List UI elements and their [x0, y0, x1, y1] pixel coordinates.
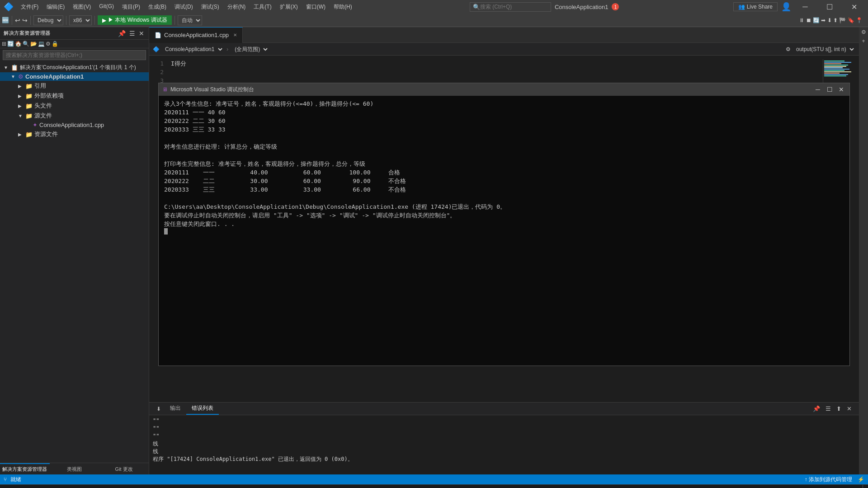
sidebar-menu-icon[interactable]: ☰: [128, 29, 136, 38]
menu-view[interactable]: 视图(V): [69, 2, 94, 12]
tree-item-external-deps[interactable]: ▶ 📁 外部依赖项: [0, 91, 149, 101]
tree-item-label: 引用: [34, 82, 46, 90]
menu-debug[interactable]: 调试(D): [171, 2, 197, 12]
app-title: ConsoleApplication1: [555, 4, 609, 10]
tree-item-resources[interactable]: ▶ 📁 资源文件: [0, 129, 149, 139]
sidebar-tab-git[interactable]: Git 更改: [99, 463, 149, 474]
redo-icon[interactable]: ↪: [22, 17, 28, 24]
taskbar-edge-icon[interactable]: 🌐: [203, 485, 221, 488]
taskbar-browser-icon[interactable]: 🌏: [282, 485, 300, 488]
sidebar-settings-icon[interactable]: ⚙: [46, 41, 51, 47]
toolbar: 🆕 ↩ ↪ Debug x86 ▶ ▶ 本地 Windows 调试器 自动 ⏸ …: [0, 14, 868, 27]
menu-analyze[interactable]: 分析(N): [224, 2, 250, 12]
output-menu-icon[interactable]: ☰: [824, 404, 833, 413]
taskbar-file-explorer[interactable]: 📁: [183, 485, 201, 488]
tree-item-sources[interactable]: ▼ 📁 源文件: [0, 111, 149, 121]
console-title-bar: 🖥 Microsoft Visual Studio 调试控制台 ─ ☐ ✕: [159, 83, 849, 96]
sidebar-filter-icon[interactable]: 🔍: [23, 41, 29, 47]
user-icon[interactable]: 👤: [781, 2, 791, 12]
tree-item-project[interactable]: ▼ ⚙ ConsoleApplication1: [0, 72, 149, 81]
breadcrumb-icon: 🔷: [153, 46, 160, 52]
title-search-input[interactable]: [480, 4, 543, 10]
toolbar-sep-1: [12, 16, 12, 25]
output-panel-icon[interactable]: ⬇: [153, 404, 165, 414]
taskbar-app-4[interactable]: ⚙: [242, 485, 260, 488]
undo-icon[interactable]: ↩: [15, 17, 20, 24]
console-line-3: 2020222 二二 30 60: [164, 117, 844, 125]
menu-test[interactable]: 测试(S): [198, 2, 223, 12]
sidebar-home-icon[interactable]: 🏠: [15, 41, 22, 47]
sidebar-lock-icon[interactable]: 🔒: [52, 41, 58, 47]
debug-mode-select[interactable]: Debug: [33, 15, 63, 25]
sidebar-close-icon[interactable]: ✕: [138, 29, 145, 38]
maximize-button[interactable]: ☐: [819, 0, 840, 14]
menu-tools[interactable]: 工具(T): [250, 2, 275, 12]
show-desktop-button[interactable]: [863, 485, 864, 488]
sidebar-folder-icon[interactable]: 📂: [30, 41, 37, 47]
tree-item-solution[interactable]: ▼ 📋 解决方案'ConsoleApplication1'(1 个项目/共 1 …: [0, 63, 149, 72]
right-panel-icon-2[interactable]: +: [862, 38, 865, 44]
sidebar-tab-class[interactable]: 类视图: [50, 463, 99, 474]
run-button[interactable]: ▶ ▶ 本地 Windows 调试器: [98, 15, 172, 25]
menu-window[interactable]: 窗口(W): [302, 2, 329, 12]
cpp-file-icon: ✦: [33, 122, 38, 128]
tree-item-cpp-file[interactable]: ✦ ConsoleApplication1.cpp: [0, 121, 149, 129]
platform-select[interactable]: x86: [69, 15, 92, 25]
live-share-button[interactable]: 👥 Live Share: [733, 2, 778, 11]
task-view-button[interactable]: ⊞: [163, 487, 177, 488]
sidebar-refresh-icon[interactable]: 🔄: [7, 41, 14, 47]
close-button[interactable]: ✕: [844, 0, 864, 14]
title-search-box[interactable]: 🔍: [470, 2, 551, 12]
tree-item-label: ConsoleApplication1.cpp: [39, 122, 104, 128]
output-float-icon[interactable]: ⬆: [835, 404, 843, 413]
menu-git[interactable]: Git(G): [95, 2, 118, 12]
output-close-icon[interactable]: ✕: [845, 404, 854, 413]
errors-tab[interactable]: 错误列表: [186, 403, 219, 415]
menu-file[interactable]: 文件(F): [17, 2, 42, 12]
console-body[interactable]: 录入3个考生信息: 准考证号，姓名，客观题得分(<=40)，操作题得分(<= 6…: [159, 96, 849, 366]
nav-function-select[interactable]: output(STU s[], int n): [793, 45, 855, 54]
notification-badge[interactable]: 1: [612, 3, 619, 10]
menu-help[interactable]: 帮助(H): [330, 2, 356, 12]
toolbar-sep-2: [30, 16, 31, 25]
sidebar-tab-solution[interactable]: 解决方案资源管理器: [0, 463, 50, 474]
minimize-button[interactable]: ─: [795, 0, 816, 14]
taskbar-vs-icon[interactable]: 💻: [262, 485, 280, 488]
toolbar-new-icon[interactable]: 🆕: [2, 17, 9, 23]
console-minimize-button[interactable]: ─: [813, 85, 822, 94]
sidebar-search-input[interactable]: [3, 50, 146, 60]
tab-close-icon[interactable]: ✕: [233, 33, 237, 38]
taskbar-app-3[interactable]: 🎯: [222, 485, 241, 488]
resources-icon: 📁: [25, 131, 33, 138]
taskbar-browser-2[interactable]: 🌍: [302, 485, 320, 488]
sidebar-code-icon[interactable]: 💻: [38, 41, 45, 47]
add-to-source-control[interactable]: ↑ 添加到源代码管理: [805, 476, 852, 483]
menu-extensions[interactable]: 扩展(X): [276, 2, 302, 12]
output-panel: ⬇ 输出 错误列表 📌 ☰ ⬆ ✕ "" "" "" 线 线 程序 "[1742…: [149, 402, 859, 474]
external-icon: 📁: [25, 93, 33, 99]
start-button[interactable]: [4, 485, 22, 488]
menu-edit[interactable]: 编辑(E): [43, 2, 68, 12]
sidebar-pin-icon[interactable]: 📌: [117, 29, 127, 38]
console-maximize-button[interactable]: ☐: [825, 85, 834, 94]
editor-tab-cpp[interactable]: 📄 ConsoleApplication1.cpp ✕: [149, 27, 243, 43]
output-content[interactable]: "" "" "" 线 线 程序 "[17424] ConsoleApplicat…: [149, 415, 859, 474]
run-mode-select[interactable]: 自动: [178, 15, 202, 25]
main-layout: 解决方案资源管理器 📌 ☰ ✕ ⊞ 🔄 🏠 🔍 📂 💻 ⚙ 🔒 ▼ 📋: [0, 27, 868, 474]
tree-item-label: 源文件: [34, 112, 52, 120]
tree-item-references[interactable]: ▶ 📁 引用: [0, 81, 149, 91]
taskbar-app-8[interactable]: 📷: [342, 485, 360, 488]
nav-scope-select[interactable]: ConsoleApplication1: [161, 45, 224, 54]
nav-context-select[interactable]: (全局范围): [231, 45, 269, 54]
tree-item-headers[interactable]: ▶ 📁 头文件: [0, 101, 149, 111]
output-tab[interactable]: 输出: [165, 403, 186, 415]
taskbar-terminal-icon[interactable]: ⬛: [322, 485, 340, 488]
sidebar-collapse-icon[interactable]: ⊞: [2, 41, 6, 47]
menu-project[interactable]: 项目(P): [118, 2, 144, 12]
menu-build[interactable]: 生成(B): [145, 2, 170, 12]
notification-icon[interactable]: ⚡: [858, 476, 864, 483]
right-panel-icon-1[interactable]: ⚙: [860, 29, 867, 35]
code-line-2: I得分: [171, 59, 823, 68]
output-pin-icon[interactable]: 📌: [811, 404, 822, 413]
console-close-button[interactable]: ✕: [837, 85, 846, 94]
